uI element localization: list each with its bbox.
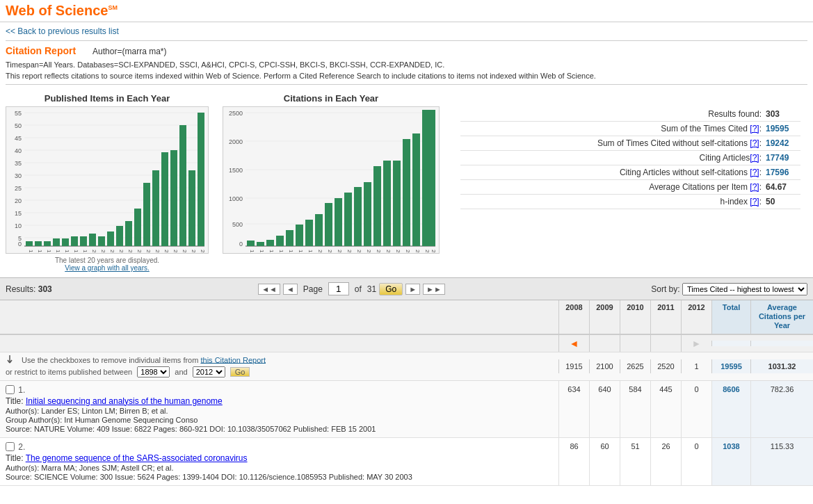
svg-text:2006: 2006	[145, 250, 152, 253]
svg-text:1998: 1998	[298, 250, 304, 253]
citing-articles-help[interactable]: [?]	[750, 153, 759, 163]
svg-text:2500: 2500	[229, 110, 243, 117]
result-1-title-link[interactable]: Initial sequencing and analysis of the h…	[26, 396, 223, 406]
table-section: 2008 2009 2010 2011 2012 Total Average C…	[0, 300, 813, 486]
result-2-checkbox[interactable]	[6, 442, 15, 451]
svg-rect-95	[428, 110, 435, 246]
sum-no-self-help[interactable]: [?]	[750, 138, 759, 148]
citing-articles-value: 17749	[766, 153, 800, 163]
avg-citations-value: 64.67	[766, 182, 800, 192]
restrict-go-button[interactable]: Go	[230, 367, 250, 377]
brand-sup: SM	[108, 4, 118, 11]
svg-text:40: 40	[15, 147, 22, 154]
results-found-value: 303	[766, 109, 800, 119]
citing-articles-row: Citing Articles[?]: 17749	[460, 151, 800, 165]
svg-rect-84	[325, 203, 332, 246]
citing-articles-label: Citing Articles[?]:	[700, 153, 762, 163]
svg-text:2000: 2000	[91, 250, 97, 253]
svg-rect-30	[80, 236, 87, 246]
svg-rect-83	[315, 214, 323, 246]
svg-rect-34	[116, 226, 123, 246]
h-index-help[interactable]: [?]	[750, 197, 759, 206]
chart1-all-years-link[interactable]: View a graph with all years.	[65, 264, 150, 272]
svg-rect-82	[305, 220, 313, 246]
arrow-left-cell[interactable]: ◄	[558, 335, 589, 352]
svg-text:30: 30	[15, 172, 22, 179]
result-1-year-cells: 634 640 584 445 0	[558, 381, 711, 437]
arrow-empty-2	[620, 335, 650, 352]
svg-text:1997: 1997	[64, 250, 70, 253]
svg-rect-43	[198, 113, 204, 246]
svg-rect-80	[286, 230, 293, 246]
result-row-1: 1. Title: Initial sequencing and analysi…	[0, 381, 813, 438]
year-from-select[interactable]: 1898	[137, 366, 170, 377]
svg-text:2009: 2009	[405, 250, 411, 253]
checkbox-arrow-icon	[6, 355, 14, 365]
next-page-button[interactable]: ►	[405, 284, 420, 295]
year-col-2008: 2008	[558, 300, 589, 334]
left-arrow-icon[interactable]: ◄	[570, 338, 579, 349]
sum-no-self-row: Sum of Times Cited without self-citation…	[460, 136, 800, 151]
stats-panel: Results found: 303 Sum of the Times Cite…	[440, 93, 807, 216]
citing-no-self-row: Citing Articles without self-citations […	[460, 165, 800, 180]
svg-rect-40	[170, 150, 177, 246]
arrows-main	[0, 342, 558, 345]
result-1-checkbox[interactable]	[6, 385, 15, 394]
total-2008: 1915	[558, 359, 589, 373]
svg-text:1996: 1996	[278, 250, 284, 253]
prev-page-button[interactable]: ◄	[283, 284, 298, 295]
svg-rect-24	[26, 241, 33, 246]
result-2-avg: 115.33	[750, 438, 813, 485]
svg-text:10: 10	[15, 222, 22, 229]
svg-text:2010: 2010	[414, 250, 421, 253]
timespan-info: Timespan=All Years. Databases=SCI-EXPAND…	[6, 59, 807, 70]
result-2-title-link[interactable]: The genome sequence of the SARS-associat…	[26, 453, 248, 463]
author-query: Author=(marra ma*)	[92, 47, 166, 56]
sum-cited-help[interactable]: [?]	[750, 124, 759, 133]
citation-report-link[interactable]: this Citation Report	[200, 355, 266, 364]
svg-text:35: 35	[15, 160, 22, 167]
svg-rect-38	[152, 170, 159, 246]
svg-text:2010: 2010	[182, 250, 188, 253]
first-page-button[interactable]: ◄◄	[258, 284, 280, 295]
svg-text:1999: 1999	[307, 250, 314, 253]
result-1-num: 1.	[18, 385, 32, 395]
citing-no-self-value: 17596	[766, 168, 800, 177]
last-page-button[interactable]: ►►	[423, 284, 445, 295]
sort-select[interactable]: Times Cited -- highest to lowest	[682, 283, 807, 295]
result-1-2010: 584	[620, 381, 650, 437]
avg-col-header: Average Citations per Year	[750, 300, 813, 334]
arrow-right-cell[interactable]: ►	[681, 335, 711, 352]
svg-rect-93	[412, 133, 420, 246]
result-2-2010: 51	[620, 438, 650, 485]
back-link[interactable]: << Back to previous results list	[6, 26, 119, 36]
svg-rect-88	[364, 182, 371, 246]
svg-text:2011: 2011	[424, 250, 430, 253]
svg-text:2007: 2007	[154, 250, 161, 253]
total-col-header: Total	[711, 300, 750, 334]
result-2-main: 2. Title: The genome sequence of the SAR…	[0, 438, 558, 485]
svg-text:2003: 2003	[346, 250, 353, 253]
table-col-header: 2008 2009 2010 2011 2012 Total Average C…	[0, 300, 813, 335]
year-col-2011: 2011	[650, 300, 681, 334]
result-1-authors: Author(s): Lander ES; Linton LM; Birren …	[6, 407, 553, 415]
citing-no-self-help[interactable]: [?]	[750, 168, 759, 177]
result-2-source: Source: SCIENCE Volume: 300 Issue: 5624 …	[6, 473, 553, 481]
avg-citations-help[interactable]: [?]	[750, 182, 759, 192]
chart2-svg: 2500 2000 1500 1000 500 0	[223, 107, 439, 253]
svg-rect-41	[179, 125, 186, 246]
svg-text:500: 500	[232, 221, 243, 228]
right-arrow-icon[interactable]: ►	[692, 338, 702, 349]
svg-text:2000: 2000	[229, 138, 243, 145]
svg-text:2005: 2005	[366, 250, 372, 253]
page-input[interactable]	[328, 282, 349, 295]
svg-rect-86	[344, 193, 352, 246]
svg-rect-42	[188, 170, 195, 246]
totals-avg: 1031.32	[750, 359, 813, 373]
year-to-select[interactable]: 2012	[193, 366, 225, 377]
result-2-num: 2.	[18, 442, 32, 452]
svg-text:2011: 2011	[191, 250, 197, 253]
page-go-button[interactable]: Go	[379, 283, 403, 295]
svg-rect-25	[35, 241, 42, 246]
svg-text:1993: 1993	[28, 250, 34, 253]
